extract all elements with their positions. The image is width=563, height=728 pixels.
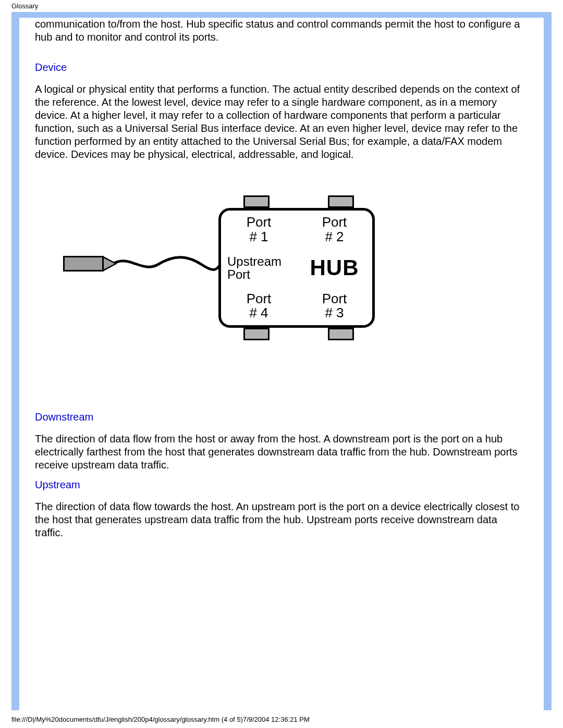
diagram-port3: Port # 3 <box>297 287 372 325</box>
diagram-port2: Port # 2 <box>297 211 372 249</box>
paragraph-device: A logical or physical entity that perfor… <box>35 83 528 161</box>
term-downstream: Downstream <box>35 411 528 423</box>
cable-icon <box>114 254 221 275</box>
term-upstream: Upstream <box>35 479 528 491</box>
diagram-upstream-port: Upstream Port <box>221 249 297 287</box>
diagram-port4: Port # 4 <box>221 287 297 325</box>
port-tab-icon <box>328 195 354 208</box>
hub-paragraph-continued: communication to/from the host. Hub spec… <box>35 18 528 44</box>
connector-icon <box>63 256 104 272</box>
term-device: Device <box>35 61 528 73</box>
diagram-hub-label: HUB <box>297 249 372 287</box>
paragraph-downstream: The direction of data flow from the host… <box>35 433 528 472</box>
footer-path: file:///D|/My%20documents/dfu/J/english/… <box>0 710 563 726</box>
hub-diagram: Port # 1 Port # 2 Upstream Port HUB Port… <box>46 192 380 343</box>
content-frame: communication to/from the host. Hub spec… <box>11 12 552 710</box>
diagram-port1: Port # 1 <box>221 211 297 249</box>
header-page-label: Glossary <box>0 0 563 12</box>
port-tab-icon <box>328 328 354 340</box>
port-tab-icon <box>243 195 270 208</box>
port-tab-icon <box>243 328 270 340</box>
hub-box: Port # 1 Port # 2 Upstream Port HUB Port… <box>218 208 375 328</box>
paragraph-upstream: The direction of data flow towards the h… <box>35 500 528 539</box>
